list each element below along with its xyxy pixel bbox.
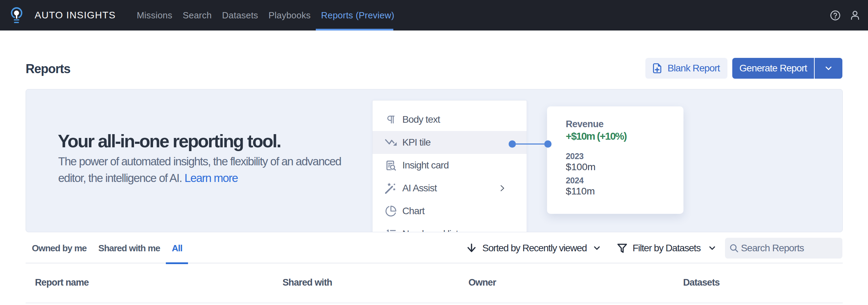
blank-report-label: Blank Report: [668, 63, 720, 74]
primary-nav: Missions Search Datasets Playbooks Repor…: [132, 0, 400, 31]
numbered-list-icon: [385, 228, 397, 232]
hero-body: The power of automated insights, the fle…: [58, 153, 341, 186]
sort-label: Sorted by Recently viewed: [482, 243, 587, 254]
menu-item-body-text[interactable]: Body text: [373, 108, 527, 131]
hero-body-line1: The power of automated insights, the fle…: [58, 155, 341, 168]
menu-item-label: AI Assist: [402, 183, 437, 194]
kpi-title: Revenue: [566, 119, 603, 130]
menu-item-ai-assist[interactable]: AI Assist: [373, 177, 527, 200]
help-icon[interactable]: [830, 10, 841, 21]
reports-table-header: Report name Shared with Owner Datasets: [26, 263, 843, 303]
menu-item-label: Insight card: [402, 160, 449, 171]
chevron-right-icon: [498, 183, 507, 193]
tab-shared-with-me[interactable]: Shared with me: [92, 237, 166, 263]
kpi-preview-card: Revenue +$10m (+10%) 2023 $100m 2024 $11…: [547, 106, 683, 214]
kpi-year-2024: 2024: [566, 176, 583, 185]
connector-dot-right: [544, 140, 552, 148]
kpi-value-2023: $100m: [566, 161, 596, 173]
generate-report-label: Generate Report: [739, 63, 807, 74]
learn-more-link[interactable]: Learn more: [185, 172, 238, 184]
tab-all[interactable]: All: [166, 237, 188, 263]
kpi-year-2023: 2023: [566, 151, 583, 161]
nav-item-search[interactable]: Search: [178, 0, 217, 31]
column-header-report-name[interactable]: Report name: [35, 277, 89, 288]
column-header-owner[interactable]: Owner: [468, 277, 496, 288]
menu-item-numbered-list[interactable]: Numbered list: [373, 223, 527, 232]
editor-insert-menu: Body text KPI tile Ins: [372, 100, 527, 232]
menu-item-chart[interactable]: Chart: [373, 200, 527, 223]
search-icon: [729, 243, 740, 254]
hero-heading: Your all-in-one reporting tool.: [58, 131, 280, 151]
list-tabs-row: Owned by me Shared with me All: [26, 237, 843, 263]
kpi-value-2024: $110m: [566, 185, 595, 197]
top-navigation-bar: AUTO INSIGHTS Missions Search Datasets P…: [0, 0, 868, 31]
nav-item-playbooks[interactable]: Playbooks: [263, 0, 316, 31]
funnel-icon: [617, 243, 627, 253]
auto-insights-app: AUTO INSIGHTS Missions Search Datasets P…: [0, 0, 868, 305]
nav-item-missions[interactable]: Missions: [132, 0, 178, 31]
document-plus-icon: [653, 63, 662, 74]
generate-report-dropdown-button[interactable]: [815, 58, 842, 79]
profile-icon[interactable]: [850, 10, 860, 21]
menu-item-insight-card[interactable]: Insight card: [373, 154, 527, 177]
hero-banner: Your all-in-one reporting tool. The powe…: [26, 89, 843, 232]
chevron-down-icon: [707, 243, 717, 253]
tab-owned-by-me[interactable]: Owned by me: [26, 237, 92, 263]
nav-item-reports-preview[interactable]: Reports (Preview): [316, 0, 399, 31]
connector-dot-left: [509, 140, 516, 148]
chevron-down-icon: [823, 63, 834, 73]
column-header-shared-with[interactable]: Shared with: [283, 277, 332, 288]
search-reports-box: [725, 238, 842, 259]
hero-body-line2: editor, the intelligence of AI.: [58, 172, 182, 184]
column-header-datasets[interactable]: Datasets: [683, 277, 719, 288]
brand-name: AUTO INSIGHTS: [35, 0, 116, 31]
page-actions: Blank Report Generate Report: [645, 58, 842, 79]
topbar-icons: [830, 0, 860, 31]
sort-dropdown[interactable]: Sorted by Recently viewed: [467, 238, 602, 259]
ai-wand-icon: [385, 182, 397, 194]
menu-item-label: Numbered list: [402, 228, 458, 232]
nav-item-datasets[interactable]: Datasets: [217, 0, 263, 31]
menu-item-label: Chart: [402, 206, 424, 217]
kpi-trend-icon: [385, 137, 397, 148]
menu-item-label: KPI tile: [402, 137, 431, 148]
generate-report-button[interactable]: Generate Report: [732, 58, 814, 79]
auto-insights-logo: [10, 5, 24, 25]
filter-label: Filter by Datasets: [633, 243, 700, 254]
connector-line: [512, 143, 548, 145]
arrow-down-icon: [467, 243, 477, 253]
list-tabs: Owned by me Shared with me All: [26, 237, 188, 263]
pie-chart-icon: [385, 205, 397, 217]
menu-item-kpi-tile[interactable]: KPI tile: [373, 131, 527, 154]
chevron-down-icon: [592, 243, 602, 253]
filter-dropdown[interactable]: Filter by Datasets: [617, 238, 717, 259]
page-title: Reports: [26, 62, 70, 76]
blank-report-button[interactable]: Blank Report: [645, 58, 727, 79]
menu-item-label: Body text: [402, 114, 440, 125]
pilcrow-icon: [385, 114, 397, 125]
insight-card-icon: [385, 159, 397, 171]
kpi-delta: +$10m (+10%): [566, 130, 626, 142]
search-input[interactable]: [741, 243, 831, 254]
